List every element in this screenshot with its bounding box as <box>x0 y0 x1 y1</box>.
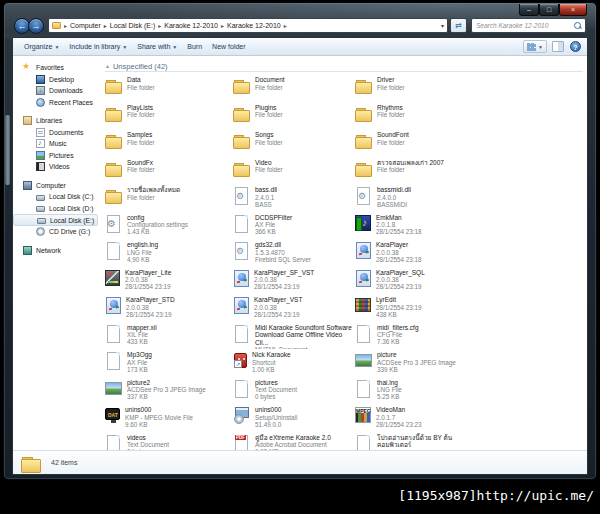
new-folder-button[interactable]: New folder <box>207 41 250 52</box>
file-item[interactable]: KaraPlayer_Lite2.0.0.3828/1/2554 23:19 <box>105 267 233 295</box>
file-name: Data <box>127 76 231 84</box>
sidebar-item-pictures[interactable]: Pictures <box>13 150 101 162</box>
file-item[interactable]: KaraPlayer_SF_VST2.0.0.3828/1/2554 23:19 <box>233 267 355 295</box>
sidebar-item-documents[interactable]: Documents <box>13 127 101 139</box>
file-item[interactable]: Midi Karaoke Soundfont Software Download… <box>233 322 355 350</box>
file-item[interactable]: KaraPlayer_STD2.0.0.3828/1/2554 23:19 <box>105 294 233 322</box>
breadcrumb-separator-icon[interactable]: ▸ <box>283 23 288 29</box>
file-name: bass.dll <box>255 186 355 194</box>
cd-icon <box>36 227 45 236</box>
search-input[interactable]: Search Karaoke 12-2010 <box>476 22 574 29</box>
file-item[interactable]: EmkMan2.0.1.828/1/2554 23:18 <box>355 212 587 240</box>
file-item[interactable]: PluginsFile folder <box>233 102 355 130</box>
file-item[interactable]: unins000Setup/Uninstall51.49.0.0 <box>233 404 355 432</box>
address-dropdown-icon[interactable]: ▾ <box>438 22 444 29</box>
file-item[interactable]: LyrEdit28/1/2554 23:19438 KB <box>355 294 587 322</box>
file-item[interactable]: bass.dll2.4.0.1BASS <box>233 184 355 212</box>
file-item[interactable]: mapper.xilXIL File433 KB <box>105 322 233 350</box>
file-item[interactable]: SoundFontFile folder <box>355 129 587 157</box>
collapse-chevron-icon[interactable]: ▲ <box>105 61 110 71</box>
file-item[interactable]: DocumentFile folder <box>233 74 355 102</box>
file-item[interactable]: VideoMan2.0.1.728/1/2554 23:23 <box>355 404 587 432</box>
file-item[interactable]: คู่มือ eXtreme Karaoke 2.0Adobe Acrobat … <box>233 432 355 451</box>
file-item[interactable]: รายชื่อเพลงทั้งหมดFile folder <box>105 184 233 212</box>
file-item[interactable]: DataFile folder <box>105 74 233 102</box>
sidebar-item-videos[interactable]: Videos <box>13 161 101 173</box>
file-item-text: thai.lngLNG File5.25 KB <box>377 379 481 401</box>
file-item-text: DCDSPFilterAX File366 KB <box>255 214 355 236</box>
chevron-down-icon: ▼ <box>172 44 177 50</box>
status-bar: 42 items <box>13 450 587 474</box>
sidebar-item-local-disk-d[interactable]: Local Disk (D:) <box>13 203 101 215</box>
refresh-button[interactable]: ⇄ <box>450 18 467 33</box>
minimize-button[interactable]: – <box>519 4 539 16</box>
file-item-text: SoundFxFile folder <box>127 159 231 174</box>
breadcrumb-segment-local-disk-e[interactable]: Local Disk (E:) <box>108 22 158 29</box>
file-item[interactable]: PlayListsFile folder <box>105 102 233 130</box>
breadcrumb-segment-karaoke-12-2010[interactable]: Karaoke 12-2010 <box>225 22 283 29</box>
forward-button[interactable]: → <box>28 18 44 34</box>
change-view-button[interactable]: ▼ <box>523 40 547 53</box>
sidebar-item-music[interactable]: Music <box>13 138 101 150</box>
address-bar[interactable]: ▸Computer▸Local Disk (E:)▸Karaoke 12-201… <box>48 18 448 33</box>
share-with-button[interactable]: Share with▼ <box>132 41 182 52</box>
file-item[interactable]: โปรดอ่านตรงนี้ด้วย BY ต้นคอมพิวเตอร์Text… <box>355 432 587 451</box>
breadcrumb-segment-computer[interactable]: Computer <box>68 22 103 29</box>
sidebar-item-local-disk-c[interactable]: Local Disk (C:) <box>13 191 101 203</box>
file-item[interactable]: VideoFile folder <box>233 157 355 185</box>
close-button[interactable]: × <box>559 4 587 16</box>
file-item[interactable]: DCDSPFilterAX File366 KB <box>233 212 355 240</box>
file-item[interactable]: KaraPlayer_SQL2.0.0.3828/1/2554 23:19 <box>355 267 587 295</box>
file-detail-line: AX File <box>127 359 231 366</box>
organize-button[interactable]: Organize▼ <box>19 41 64 52</box>
setup-icon <box>233 406 250 425</box>
preview-pane-button[interactable] <box>552 41 564 52</box>
explorer-body: FavoritesDesktopDownloadsRecent PlacesLi… <box>13 57 587 450</box>
sidebar-item-downloads[interactable]: Downloads <box>13 85 101 97</box>
search-box[interactable]: Search Karaoke 12-2010 <box>471 18 586 33</box>
file-item[interactable]: pictureACDSee Pro 3 JPEG Image339 KB <box>355 349 587 377</box>
window-content: Organize▼Include in library▼Share with▼B… <box>12 37 588 475</box>
sidebar-item-local-disk-e[interactable]: Local Disk (E:) <box>13 214 98 226</box>
file-item[interactable]: gds32.dll1.5.3.4870Firebird SQL Server <box>233 239 355 267</box>
file-name: EmkMan <box>376 214 480 222</box>
file-item[interactable]: picturesText Document0 bytes <box>233 377 355 405</box>
breadcrumb-segment-karaoke-12-2010[interactable]: Karaoke 12-2010 <box>162 22 220 29</box>
file-detail-line: 2.0.0.38 <box>254 276 355 283</box>
include-in-library-button[interactable]: Include in library▼ <box>64 41 132 52</box>
file-item[interactable]: SoundFxFile folder <box>105 157 233 185</box>
file-item[interactable]: picture2ACDSee Pro 3 JPEG Image337 KB <box>105 377 233 405</box>
burn-button[interactable]: Burn <box>182 41 207 52</box>
sidebar-item-recent-places[interactable]: Recent Places <box>13 97 101 109</box>
maximize-button[interactable]: □ <box>539 4 559 16</box>
file-item[interactable]: DriverFile folder <box>355 74 587 102</box>
file-item[interactable]: unins000KMP - MPEG Movie File9.60 KB <box>105 404 233 432</box>
file-item[interactable]: thai.lngLNG File5.25 KB <box>355 377 587 405</box>
file-item[interactable]: configConfiguration settings1.43 KB <box>105 212 233 240</box>
sidebar-group-computer[interactable]: Computer <box>13 180 101 192</box>
sidebar-group-libraries[interactable]: Libraries <box>13 115 101 127</box>
sidebar-group-network[interactable]: Network <box>13 245 101 257</box>
lyredit-icon <box>355 298 371 312</box>
file-item[interactable]: RhythmsFile folder <box>355 102 587 130</box>
file-item[interactable]: videosText Document0 bytes <box>105 432 233 451</box>
breadcrumb-separator-icon[interactable]: ▸ <box>103 23 108 29</box>
file-item[interactable]: midi_filters.cfgCFG File7.36 KB <box>355 322 587 350</box>
file-item[interactable]: english.lngLNG File4.90 KB <box>105 239 233 267</box>
karaplayer-icon <box>106 297 121 314</box>
file-item[interactable]: Nick KaraokeShortcut1.00 KB <box>233 349 355 377</box>
file-item[interactable]: ตรวจสอบเพลงเก่า 2007File folder <box>355 157 587 185</box>
sidebar-group-favorites[interactable]: Favorites <box>13 62 101 74</box>
sidebar-item-desktop[interactable]: Desktop <box>13 74 101 86</box>
file-item[interactable]: KaraPlayer2.0.0.3828/1/2554 23:18 <box>355 239 587 267</box>
file-item[interactable]: KaraPlayer_VST2.0.0.3828/1/2554 23:19 <box>233 294 355 322</box>
karaplayer-icon <box>356 242 371 259</box>
file-item-text: ตรวจสอบเพลงเก่า 2007File folder <box>377 159 481 174</box>
file-item[interactable]: bassmidi.dll2.4.0.0BASSMIDI <box>355 184 587 212</box>
help-button[interactable]: ? <box>570 41 581 52</box>
sidebar-item-cd-drive-g[interactable]: CD Drive (G:) <box>13 226 101 238</box>
file-item[interactable]: Mp3OggAX File173 KB <box>105 349 233 377</box>
file-item[interactable]: SamplesFile folder <box>105 129 233 157</box>
file-item[interactable]: SongsFile folder <box>233 129 355 157</box>
group-header[interactable]: ▲ Unspecified (42) <box>105 59 583 72</box>
